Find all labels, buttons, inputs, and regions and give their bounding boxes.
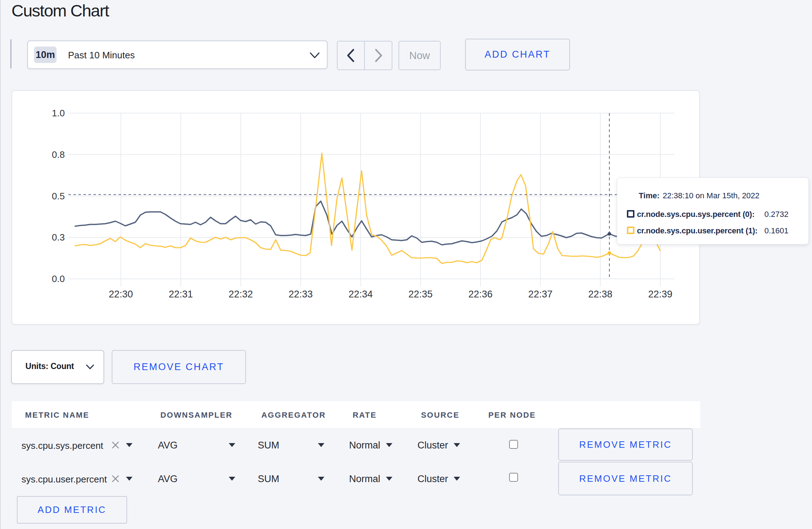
svg-text:22:33: 22:33 xyxy=(289,289,313,300)
svg-text:22:35: 22:35 xyxy=(409,289,433,300)
svg-text:0.8: 0.8 xyxy=(52,149,65,160)
svg-text:22:36: 22:36 xyxy=(468,289,493,300)
svg-text:0.0: 0.0 xyxy=(52,273,65,284)
svg-text:22:30: 22:30 xyxy=(109,289,133,300)
svg-text:1.0: 1.0 xyxy=(52,108,65,118)
svg-text:22:37: 22:37 xyxy=(528,289,553,300)
svg-text:22:39: 22:39 xyxy=(648,289,672,300)
svg-text:22:32: 22:32 xyxy=(229,289,253,300)
svg-text:0.3: 0.3 xyxy=(52,232,65,243)
svg-text:22:34: 22:34 xyxy=(348,289,373,300)
svg-text:22:38: 22:38 xyxy=(588,289,613,300)
svg-text:22:31: 22:31 xyxy=(169,289,193,300)
svg-text:0.5: 0.5 xyxy=(52,191,65,202)
